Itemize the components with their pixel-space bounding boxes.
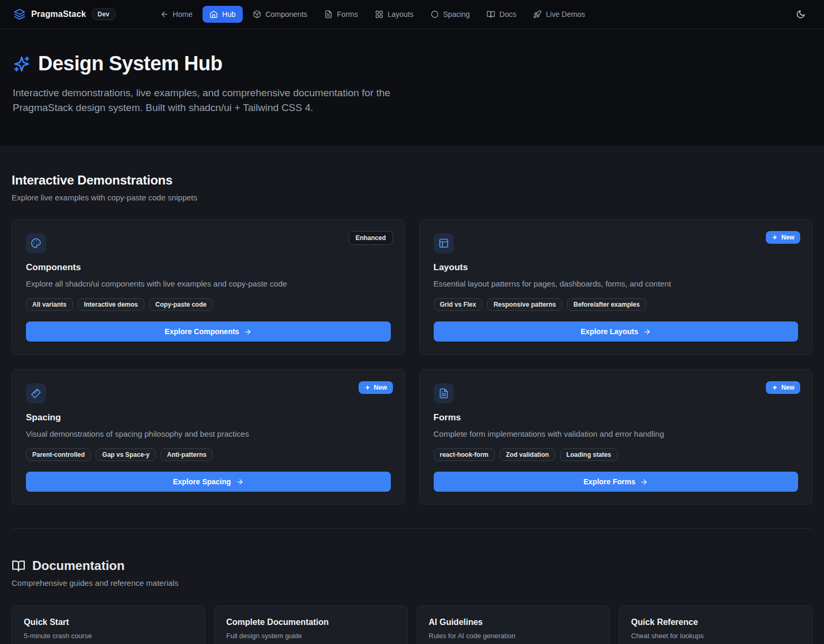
new-badge: New [766,381,800,394]
tag: Interactive demos [78,298,144,311]
env-badge: Dev [92,8,115,20]
file-text-icon [438,388,449,399]
cta-label: Explore Components [164,327,239,336]
tag: Copy-paste code [149,298,213,311]
card-iconbox [434,233,454,253]
nav-item-hub[interactable]: Hub [203,6,243,23]
new-badge: New [766,231,800,244]
new-badge: New [359,381,393,394]
card-title: Layouts [434,262,799,273]
rocket-icon [533,10,542,19]
nav-item-components[interactable]: Components [246,6,314,23]
arrow-right-icon [643,328,651,336]
section-heading: Documentation [32,558,125,573]
nav-links: Home Hub Components Forms Layouts Spacin… [153,6,592,23]
arrow-right-icon [236,478,244,486]
tag: Parent-controlled [26,448,91,461]
doc-card-title: Quick Start [24,618,193,627]
layers-logo-icon [14,8,25,20]
card-forms: New Forms Complete form implementations … [419,369,813,505]
sparkle-icon [364,384,371,391]
doc-card-quick-start[interactable]: Quick Start 5-minute crash course [12,605,205,644]
doc-card-description: Rules for AI code generation [429,632,598,640]
ruler-icon [31,388,41,399]
nav-item-label: Home [173,10,193,19]
box-icon [253,10,261,19]
doc-card-description: Full design system guide [226,632,396,640]
doc-card-ai-guidelines[interactable]: AI Guidelines Rules for AI code generati… [417,605,610,644]
cta-label: Explore Spacing [173,477,231,486]
page-subtitle: Interactive demonstrations, live example… [13,86,415,115]
tag-row: Grid vs Flex Responsive patterns Before/… [434,298,799,311]
doc-card-grid: Quick Start 5-minute crash course Comple… [12,605,812,644]
demo-card-grid: Enhanced Components Explore all shadcn/u… [12,219,812,505]
explore-layouts-button[interactable]: Explore Layouts [434,321,799,342]
nav-item-label: Docs [499,10,516,19]
tag-row: All variants Interactive demos Copy-past… [26,298,391,311]
tag: Anti-patterns [161,448,213,461]
card-iconbox [434,383,454,403]
badge-label: New [374,384,387,391]
card-title: Spacing [26,412,391,423]
badge-label: New [781,384,794,391]
interactive-demonstrations-section: Interactive Demonstrations Explore live … [12,146,812,505]
cta-label: Explore Layouts [581,327,638,336]
doc-card-description: 5-minute crash course [24,632,193,640]
tag: Zod validation [500,448,555,461]
section-subheading: Explore live examples with copy-paste co… [12,193,812,202]
badge-label: New [781,234,794,241]
circle-icon [431,10,439,19]
tag: Gap vs Space-y [96,448,155,461]
cta-label: Explore Forms [583,477,635,486]
arrow-right-icon [640,478,648,486]
hero: Design System Hub Interactive demonstrat… [0,29,824,146]
nav-item-docs[interactable]: Docs [480,6,523,23]
explore-components-button[interactable]: Explore Components [26,321,391,342]
nav-item-spacing[interactable]: Spacing [424,6,477,23]
card-title: Forms [434,412,799,423]
nav-item-home[interactable]: Home [153,6,199,23]
enhanced-badge: Enhanced [349,231,392,245]
navbar: PragmaStack Dev Home Hub Components Form… [0,0,824,29]
explore-spacing-button[interactable]: Explore Spacing [26,472,391,492]
layout-grid-icon [375,10,383,19]
card-description: Complete form implementations with valid… [434,428,799,439]
card-components: Enhanced Components Explore all shadcn/u… [12,219,405,355]
doc-card-title: Complete Documentation [226,618,396,627]
doc-card-title: Quick Reference [631,618,800,627]
nav-item-label: Components [265,10,307,19]
arrow-right-icon [244,328,252,336]
nav-item-label: Forms [337,10,358,19]
file-text-icon [324,10,333,19]
main-content: Interactive Demonstrations Explore live … [0,146,824,644]
brand-name: PragmaStack [31,10,86,19]
nav-item-label: Live Demos [546,10,585,19]
tag: Grid vs Flex [434,298,483,311]
card-iconbox [26,233,46,253]
nav-item-label: Hub [222,10,236,19]
doc-card-complete-documentation[interactable]: Complete Documentation Full design syste… [214,605,408,644]
doc-card-quick-reference[interactable]: Quick Reference Cheat sheet for lookups [619,605,812,644]
nav-item-layouts[interactable]: Layouts [368,6,420,23]
sparkle-icon [772,234,778,241]
tag: react-hook-form [434,448,495,461]
tag: Before/after examples [567,298,646,311]
explore-forms-button[interactable]: Explore Forms [434,472,799,492]
card-description: Essential layout patterns for pages, das… [434,278,799,289]
documentation-section: Documentation Comprehensive guides and r… [12,529,812,644]
tag: All variants [26,298,73,311]
tag: Responsive patterns [487,298,562,311]
section-subheading: Comprehensive guides and reference mater… [12,578,812,587]
doc-card-title: AI Guidelines [429,618,598,627]
section-heading: Interactive Demonstrations [12,173,812,188]
nav-item-forms[interactable]: Forms [317,6,365,23]
nav-item-live-demos[interactable]: Live Demos [526,6,592,23]
home-icon [209,10,218,19]
tag-row: react-hook-form Zod validation Loading s… [434,448,799,461]
book-open-icon [487,10,495,19]
sparkle-icon [772,384,778,391]
card-description: Explore all shadcn/ui components with li… [26,278,391,289]
theme-toggle-button[interactable] [791,5,810,24]
card-iconbox [26,383,46,403]
brand[interactable]: PragmaStack Dev [14,8,115,20]
